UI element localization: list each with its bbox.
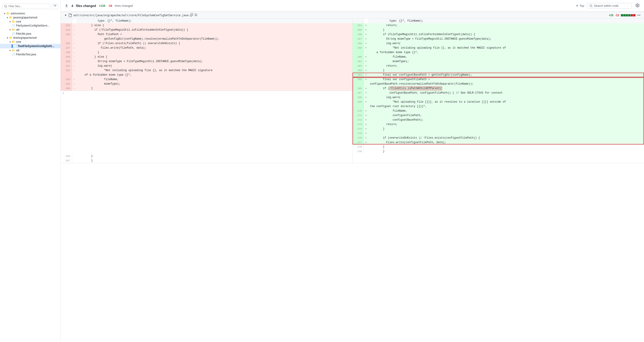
table-row: 155 - Path filePath = bbox=[61, 32, 352, 37]
line-number: 154 bbox=[352, 23, 364, 28]
folder-icon: 📁 bbox=[6, 12, 10, 15]
search-input[interactable] bbox=[8, 5, 48, 8]
sidebar-item-label: util bbox=[16, 49, 19, 52]
line-number: 161 bbox=[61, 64, 72, 68]
line-number: 160 bbox=[352, 55, 364, 59]
table-row: 154 + return; bbox=[352, 23, 644, 28]
line-content: if (!FileTypeMagicUtil.isFileForbiddenIn… bbox=[76, 28, 352, 32]
diff-area[interactable]: ▼ solr/core/src/java/org/apache/solr/cor… bbox=[61, 12, 644, 342]
diff-split-view: type: {}", fileName); 153 - } else { 154… bbox=[61, 19, 644, 163]
sidebar-item-FileSystemConfigSetServi[interactable]: 📄 FileSystemConfigSetServi... bbox=[0, 24, 60, 28]
line-content: return; bbox=[368, 64, 644, 68]
table-row: 166 + if (!FileUtils.isPathAChildOfParen… bbox=[352, 86, 644, 91]
sidebar-item-label: TestFileSystemConfigSetS... bbox=[18, 45, 54, 48]
line-number: 167 bbox=[352, 91, 364, 95]
files-changed-count: 4 bbox=[72, 4, 73, 8]
table-row: 179 } bbox=[352, 149, 644, 154]
line-content: } bbox=[368, 28, 644, 32]
line-marker bbox=[364, 82, 368, 86]
line-content: if (!Files.exists(filePath) || overwrite… bbox=[76, 41, 352, 46]
table-row: 168 + log.warn( bbox=[352, 95, 644, 100]
line-marker: - bbox=[72, 28, 76, 32]
more-options-button[interactable]: ••• bbox=[637, 14, 640, 17]
sidebar-item-FileUtilsTest-java[interactable]: 📄 FileUtilsTest.java bbox=[0, 52, 60, 57]
sidebar-item-FileUtils-java[interactable]: 📄 FileUtils.java bbox=[0, 32, 60, 36]
sidebar-item-core-1[interactable]: ▼ 📁 core bbox=[0, 20, 60, 24]
top-button[interactable]: Top bbox=[576, 4, 584, 8]
search-within-code[interactable]: Search within code bbox=[587, 3, 632, 9]
table-row bbox=[61, 140, 352, 145]
line-marker: - bbox=[72, 50, 76, 55]
settings-button[interactable] bbox=[634, 3, 640, 9]
line-number: 156 bbox=[61, 41, 72, 46]
search-within-label: Search within code bbox=[594, 4, 618, 8]
filter-button[interactable] bbox=[52, 3, 58, 9]
table-row: 155 + } bbox=[352, 28, 644, 32]
table-row: 165 - } bbox=[61, 86, 352, 91]
line-marker: + bbox=[364, 86, 368, 91]
line-marker: + bbox=[364, 95, 368, 100]
line-number: 163 bbox=[61, 77, 72, 82]
line-content: } bbox=[368, 149, 644, 154]
sidebar-item-test-org-apache-solr[interactable]: ▼ 📁 test/org/apache/solr bbox=[0, 36, 60, 40]
table-row: 176 + if (overwriteOnExists || !Files.ex… bbox=[352, 136, 644, 140]
line-number: 165 bbox=[352, 77, 364, 82]
table-row: 164 - mimeType); bbox=[61, 82, 352, 86]
line-marker: + bbox=[364, 28, 368, 32]
line-number: 159 bbox=[352, 46, 364, 50]
table-row: 153 - } else { bbox=[61, 23, 352, 28]
table-row: 158 + log.warn( bbox=[352, 41, 644, 46]
sidebar-item-solr-core-src[interactable]: ▼ 📁 solr/core/src bbox=[0, 12, 60, 16]
chevron-icon: ▼ bbox=[6, 37, 8, 39]
line-marker: - bbox=[72, 59, 76, 64]
line-content: String mimeType = FileTypeMagicUtil.INST… bbox=[76, 59, 352, 64]
sidebar-item-java-org-apache-solr[interactable]: ▼ 📁 java/org/apache/solr bbox=[0, 16, 60, 20]
line-content: log.warn( bbox=[368, 95, 644, 100]
collapse-chevron[interactable]: ▼ bbox=[64, 14, 67, 17]
table-row bbox=[61, 104, 352, 109]
line-marker: - bbox=[72, 82, 76, 86]
line-content: configsetBasePath); bbox=[368, 118, 644, 122]
table-row bbox=[61, 149, 352, 154]
line-marker bbox=[72, 37, 76, 41]
line-number: 167 bbox=[61, 158, 72, 163]
file-header-left: ▼ solr/core/src/java/org/apache/solr/cor… bbox=[64, 13, 607, 17]
table-row: 159 + "Not including uploading file {}, … bbox=[352, 46, 644, 50]
sidebar-item-TestFileSystemConfigSetS[interactable]: 📄 TestFileSystemConfigSetS... bbox=[0, 44, 60, 48]
table-row: 161 + mimeType); bbox=[352, 59, 644, 64]
sidebar-item-util-1[interactable]: ▼ 📁 util bbox=[0, 28, 60, 32]
add-line-button[interactable]: + bbox=[62, 92, 65, 94]
table-row: 177 + Files.write(configsetFilePath, dat… bbox=[352, 140, 644, 145]
line-number: 153 bbox=[61, 23, 72, 28]
line-number: 170 bbox=[352, 109, 364, 113]
folder-icon: 📁 bbox=[12, 20, 15, 23]
copy-path-button[interactable] bbox=[190, 13, 193, 17]
table-row: 163 - fileName, bbox=[61, 77, 352, 82]
folder-icon: 📁 bbox=[9, 36, 12, 39]
file-filter-box[interactable] bbox=[2, 4, 50, 9]
line-content: type: {}", fileName); bbox=[368, 19, 644, 23]
line-number: 179 bbox=[352, 149, 364, 154]
sidebar-item-label: FileUtils.java bbox=[16, 32, 31, 35]
line-content: a forbidden mime type {}", bbox=[368, 50, 644, 55]
sidebar-item-util-2[interactable]: ▼ 📁 util bbox=[0, 48, 60, 52]
table-row: 158 - } bbox=[61, 50, 352, 55]
file-icon: 📄 bbox=[12, 53, 15, 56]
file-header-right: +25 -13 ••• bbox=[609, 14, 640, 17]
additions-count: +134 bbox=[99, 4, 105, 8]
chevron-icon: ▼ bbox=[9, 41, 11, 43]
line-marker bbox=[72, 154, 76, 158]
table-row: 156 + if (FileTypeMagicUtil.isFileForbid… bbox=[352, 32, 644, 37]
chevron-icon: ▼ bbox=[9, 21, 11, 23]
table-row: 161 - log.warn( bbox=[61, 64, 352, 68]
line-content: } bbox=[76, 50, 352, 55]
line-marker: + bbox=[364, 46, 368, 50]
expand-file-button[interactable] bbox=[194, 13, 198, 17]
file-icon: 📄 bbox=[12, 24, 15, 27]
lines-changed-label: lines changed bbox=[115, 4, 133, 8]
line-number: 165 bbox=[61, 86, 72, 91]
line-marker: + bbox=[364, 109, 368, 113]
sidebar-item-core-2[interactable]: ▼ 📁 core bbox=[0, 40, 60, 44]
line-marker: + bbox=[364, 37, 368, 41]
line-marker: + bbox=[364, 55, 368, 59]
